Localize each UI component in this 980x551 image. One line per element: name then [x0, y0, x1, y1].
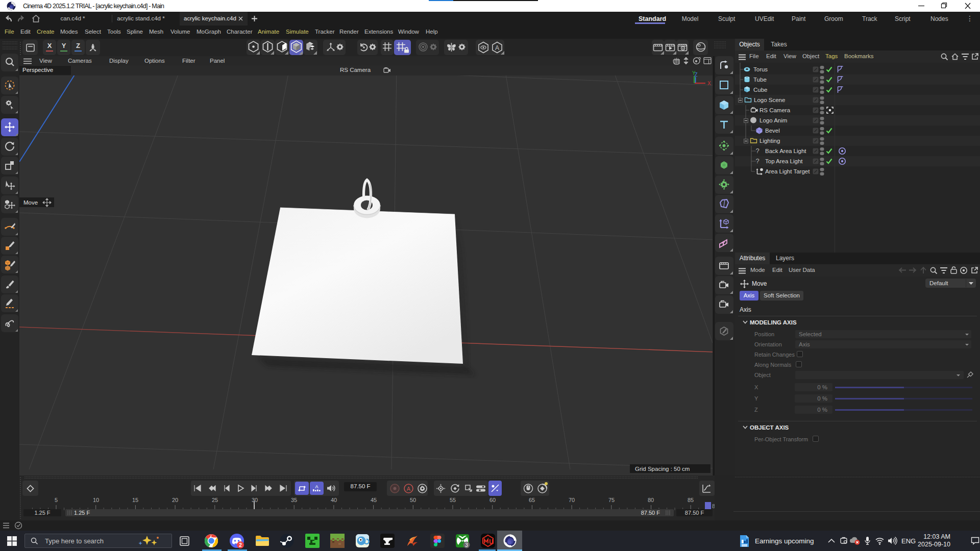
- svg-text:X: X: [707, 81, 711, 86]
- svg-text:Z: Z: [695, 72, 698, 78]
- svg-text:A: A: [495, 44, 499, 52]
- svg-text:3: 3: [465, 542, 468, 548]
- svg-text:Move: Move: [23, 199, 38, 206]
- svg-text:?: ?: [756, 147, 760, 155]
- svg-text:2: 2: [239, 542, 242, 548]
- svg-text:Grid Spacing : 50 cm: Grid Spacing : 50 cm: [635, 466, 690, 472]
- svg-text:?: ?: [756, 158, 760, 165]
